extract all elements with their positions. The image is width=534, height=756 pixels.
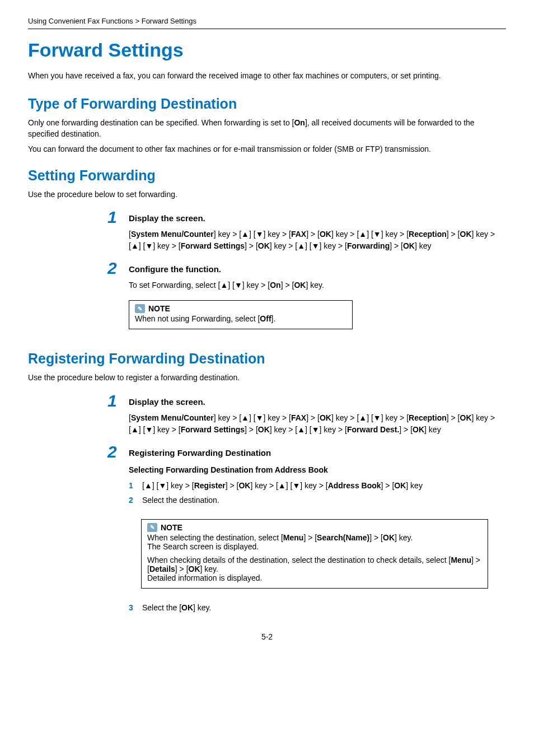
section-forward-type-p2: You can forward the document to other fa… — [28, 144, 506, 155]
step-number-1: 1 — [107, 208, 117, 227]
substep-1-text: [▲] [▼] key > [Register] > [OK] key > [▲… — [142, 481, 423, 490]
note-icon: ✎ — [135, 304, 145, 313]
note-icon: ✎ — [147, 523, 157, 532]
note-label: NOTE — [161, 523, 182, 532]
section-set-forwarding-lead: Use the procedure below to set forwardin… — [28, 189, 506, 200]
breadcrumb: Using Convenient Fax Functions > Forward… — [28, 17, 506, 25]
step-1-text: [System Menu/Counter] key > [▲] [▼] key … — [129, 412, 506, 436]
section-register-dest-title: Registering Forwarding Destination — [28, 351, 506, 367]
note-text: When not using Forwarding, select [Off]. — [135, 314, 346, 323]
note-header: ✎ NOTE — [147, 523, 482, 532]
step-1: 1 Display the screen. [System Menu/Count… — [129, 213, 506, 252]
section-forward-type-title: Type of Forwarding Destination — [28, 96, 506, 112]
step-number-1: 1 — [107, 391, 117, 410]
note-line-1: When selecting the destination, select [… — [147, 533, 482, 542]
page-title: Forward Settings — [28, 39, 506, 61]
note-box: ✎ NOTE When not using Forwarding, select… — [129, 300, 353, 329]
step-2-title: Configure the function. — [129, 264, 506, 274]
note-line-2: The Search screen is displayed. — [147, 542, 482, 551]
intro-text: When you have received a fax, you can fo… — [28, 71, 506, 80]
register-dest-steps: 1 Display the screen. [System Menu/Count… — [129, 397, 506, 612]
substep-number-3: 3 — [129, 603, 135, 612]
step-2-subhead: Selecting Forwarding Destination from Ad… — [129, 465, 506, 474]
inner-note-wrap: ✎ NOTE When selecting the destination, s… — [141, 510, 506, 598]
substep-number-1: 1 — [129, 481, 135, 490]
page-number: 5-2 — [28, 632, 506, 641]
page: Using Convenient Fax Functions > Forward… — [0, 0, 534, 664]
substep-list: 1 [▲] [▼] key > [Register] > [OK] key > … — [129, 481, 506, 505]
step-2-text: To set Forwarding, select [▲] [▼] key > … — [129, 279, 506, 291]
substep-number-2: 2 — [129, 496, 135, 505]
substep-2-text: Select the destination. — [142, 496, 219, 505]
substep-2: 2 Select the destination. — [129, 496, 506, 505]
step-2: 2 Configure the function. To set Forward… — [129, 264, 506, 338]
step-number-2: 2 — [107, 442, 117, 461]
substep-1: 1 [▲] [▼] key > [Register] > [OK] key > … — [129, 481, 506, 490]
note-label: NOTE — [148, 304, 170, 313]
substep-3-text: Select the [OK] key. — [142, 603, 211, 612]
step-2-title: Registering Forwarding Destination — [129, 448, 506, 458]
divider — [28, 29, 506, 29]
step-1: 1 Display the screen. [System Menu/Count… — [129, 397, 506, 436]
substep-list-cont: 3 Select the [OK] key. — [129, 603, 506, 612]
section-forward-type-p1: Only one forwarding destination can be s… — [28, 118, 506, 139]
section-set-forwarding-title: Setting Forwarding — [28, 167, 506, 184]
section-register-dest-lead: Use the procedure below to register a fo… — [28, 372, 506, 384]
note-header: ✎ NOTE — [135, 304, 346, 313]
step-number-2: 2 — [107, 259, 117, 278]
note-line-4: Detailed information is displayed. — [147, 573, 482, 582]
note-box: ✎ NOTE When selecting the destination, s… — [141, 519, 488, 589]
step-1-text: [System Menu/Counter] key > [▲] [▼] key … — [129, 228, 506, 252]
substep-3: 3 Select the [OK] key. — [129, 603, 506, 612]
step-1-title: Display the screen. — [129, 397, 506, 407]
note-line-3: When checking details of the destination… — [147, 556, 482, 573]
step-2: 2 Registering Forwarding Destination Sel… — [129, 448, 506, 612]
step-1-title: Display the screen. — [129, 213, 506, 223]
set-forwarding-steps: 1 Display the screen. [System Menu/Count… — [129, 213, 506, 338]
